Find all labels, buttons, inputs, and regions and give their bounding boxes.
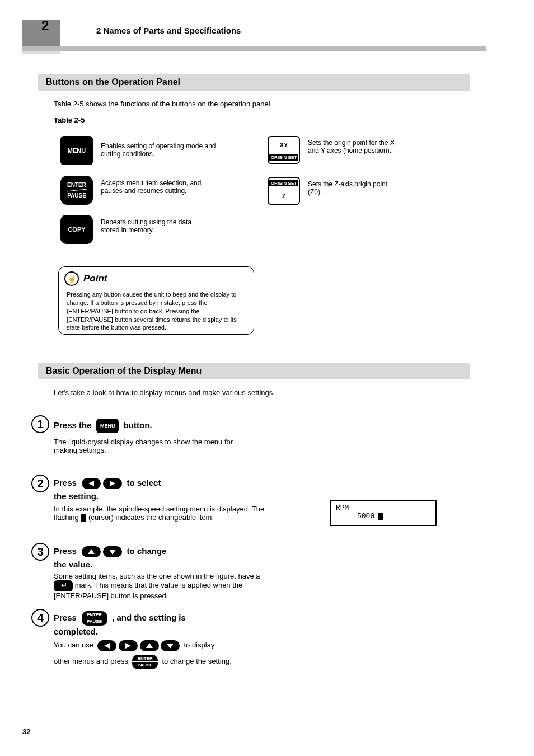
step1-text-prefix: Press the xyxy=(54,420,94,430)
enter-small-icon: ENTER PAUSE xyxy=(82,611,107,626)
point-body: Pressing any button causes the unit to b… xyxy=(59,290,254,332)
chapter-number: 2 xyxy=(41,18,49,34)
step1-row: Press the MENU button. xyxy=(54,419,152,433)
copy-button-desc: Repeats cutting using the data stored in… xyxy=(101,218,224,234)
title-rule-dark xyxy=(22,46,486,51)
step3-number: 3 xyxy=(31,543,49,561)
lcd-cursor-icon xyxy=(378,513,383,520)
step1-number: 1 xyxy=(31,415,49,433)
step3-text-mid: to change xyxy=(124,546,166,556)
section-heading-buttons: Buttons on the Operation Panel xyxy=(38,74,470,91)
down-arrow-icon xyxy=(103,546,122,557)
copy-button: COPY xyxy=(60,215,93,244)
table-top-rule xyxy=(50,126,466,126)
svg-marker-7 xyxy=(146,643,153,648)
svg-marker-1 xyxy=(88,481,94,486)
section2-intro: Let's take a look at how to display menu… xyxy=(54,388,275,397)
step2-sub: In this example, the spindle-speed setti… xyxy=(54,505,266,522)
step3-text-prefix: Press xyxy=(54,546,79,556)
left-arrow-icon-2 xyxy=(97,640,116,651)
step4-text-prefix: Press xyxy=(54,613,79,622)
step3-text-line2: the value. xyxy=(54,560,92,569)
enter-small2-top: ENTER xyxy=(132,655,158,662)
step4-sub-tail: to change the setting. xyxy=(160,657,232,665)
enter-small-bottom: PAUSE xyxy=(82,618,107,624)
point-icon: ☝ xyxy=(64,271,79,286)
step4-row: Press ENTER PAUSE , and the setting is xyxy=(54,611,186,626)
copy-button-label: COPY xyxy=(68,226,85,233)
svg-marker-6 xyxy=(125,643,131,649)
step3-sub: Some setting items, such as the one show… xyxy=(54,572,272,600)
step4-sub-prefix: You can use xyxy=(54,641,96,649)
svg-marker-5 xyxy=(104,643,110,649)
z-origin-button: ORIGIN SET Z xyxy=(268,177,300,205)
point-callout: ☝ Point Pressing any button causes the u… xyxy=(58,266,254,335)
step1-text-suffix: button. xyxy=(121,420,152,430)
menu-button-desc: Enables setting of operating mode and cu… xyxy=(101,142,224,158)
cursor-icon xyxy=(81,514,86,522)
lcd-line2-value: 5000 xyxy=(357,512,374,520)
svg-marker-2 xyxy=(110,481,115,486)
step4-text-line2: completed. xyxy=(54,627,98,636)
step4-number: 4 xyxy=(31,609,49,627)
enter-small2-bottom: PAUSE xyxy=(132,662,158,668)
step2-sub-tail: (cursor) indicates the changeable item. xyxy=(88,513,214,522)
pause-label: PAUSE xyxy=(67,192,86,199)
right-arrow-icon-2 xyxy=(119,640,138,651)
z-button-desc: Sets the Z-axis origin point (Z0). xyxy=(308,180,442,196)
down-arrow-icon-2 xyxy=(161,640,180,651)
left-arrow-icon xyxy=(82,478,101,489)
step2-text-prefix: Press xyxy=(54,478,79,487)
svg-marker-3 xyxy=(88,549,95,554)
step4-sub-row2: other menus and press ENTER PAUSE to cha… xyxy=(54,655,232,669)
step4-sub-prefix2: other menus and press xyxy=(54,657,130,665)
step3-row: Press to change xyxy=(54,546,166,557)
enter-pause-button: ENTER PAUSE xyxy=(60,176,93,205)
step3-sub-text2: mark. This means that the value is appli… xyxy=(54,581,242,600)
svg-marker-8 xyxy=(167,644,174,649)
enter-small-top: ENTER xyxy=(82,612,107,618)
xy-label: XY xyxy=(280,139,288,148)
enter-label: ENTER xyxy=(67,182,86,188)
xy-origin-button: XY ORIGIN SET xyxy=(268,136,300,164)
step3-sub-text: Some setting items, such as the one show… xyxy=(54,572,260,580)
return-mark-icon xyxy=(54,580,73,591)
z-origin-label: ORIGIN SET xyxy=(269,180,298,186)
up-arrow-icon-2 xyxy=(140,640,159,651)
point-title: Point xyxy=(83,273,107,284)
footer-page-number: 32 xyxy=(22,727,30,736)
svg-marker-4 xyxy=(109,550,116,555)
lcd-display: RPM 5000 xyxy=(330,500,437,526)
step2-number: 2 xyxy=(31,475,49,492)
menu-button-label: MENU xyxy=(68,147,86,154)
section-heading-menu: Basic Operation of the Display Menu xyxy=(38,363,470,379)
enter-divider-icon xyxy=(65,188,88,192)
z-label: Z xyxy=(282,192,286,201)
xy-origin-label: ORIGIN SET xyxy=(269,154,298,161)
step4-sub-row: You can use to display xyxy=(54,640,214,651)
step4-text-mid: , and the setting is xyxy=(110,613,186,622)
menu-small-icon: MENU xyxy=(96,419,119,433)
enter-button-desc: Accepts menu item selection, and pauses … xyxy=(101,179,224,195)
step2-row: Press to select xyxy=(54,478,161,489)
enter-small-icon-2: ENTER PAUSE xyxy=(132,655,158,669)
chapter-title: 2 Names of Parts and Specifications xyxy=(96,26,241,35)
step2-text-mid: to select xyxy=(124,478,161,487)
step2-text-line2: the setting. xyxy=(54,491,99,501)
step4-sub-mid: to display xyxy=(182,641,215,649)
menu-button: MENU xyxy=(60,136,93,165)
step1-sub: The liquid-crystal display changes to sh… xyxy=(54,438,255,454)
svg-line-0 xyxy=(67,189,87,191)
lcd-line2-row: 5000 xyxy=(336,512,431,520)
lcd-line1: RPM xyxy=(336,504,431,512)
right-arrow-icon xyxy=(103,478,122,489)
table-bottom-rule xyxy=(50,243,466,243)
xy-button-desc: Sets the origin point for the X and Y ax… xyxy=(308,139,442,154)
up-arrow-icon xyxy=(82,546,101,557)
table-label: Table 2-5 xyxy=(54,116,85,124)
section1-intro: Table 2-5 shows the functions of the but… xyxy=(54,100,272,108)
